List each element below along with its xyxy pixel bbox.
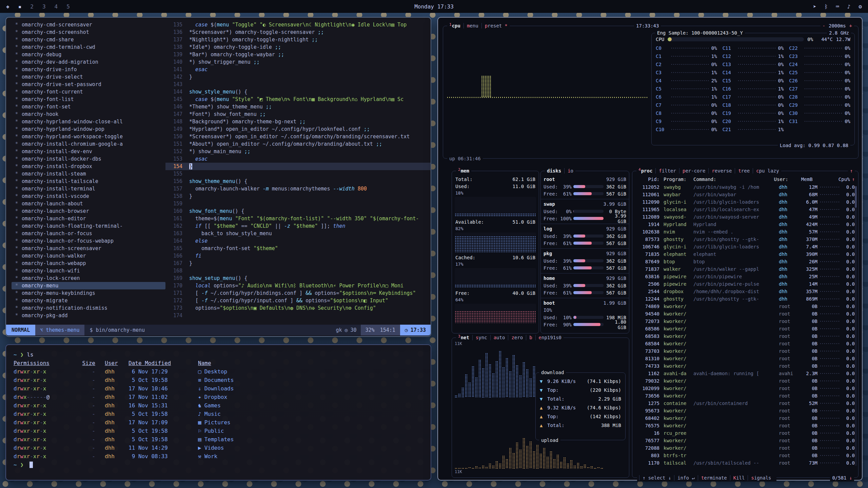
process-row[interactable]: 87649 btop btop dhh 26M 0.0 <box>632 258 858 265</box>
file-list-item[interactable]: * omarchy-launch-about <box>12 200 165 207</box>
sync-option[interactable]: sync <box>472 335 487 340</box>
file-list-item[interactable]: * omarchy-hyprland-window-close-all <box>12 118 165 125</box>
process-row[interactable]: 71837 walker /usr/bin/walker --gappl dhh… <box>632 265 858 273</box>
file-list-item[interactable]: * omarchy-install-docker-dbs <box>12 155 165 163</box>
b-option[interactable]: b <box>526 335 532 340</box>
process-row[interactable]: 73703 kworker/ root 0B 0.0 <box>632 347 858 355</box>
per-core-option[interactable]: per-core <box>679 168 705 174</box>
file-list-item[interactable]: * omarchy-dev-add-migration <box>12 58 165 66</box>
process-row[interactable]: 76577 kworker/ root 0B 0.0 <box>632 437 858 444</box>
file-list-item[interactable]: * omarchy-cmd-screenshot <box>12 28 165 36</box>
file-list-item[interactable]: * omarchy-pkg-add <box>12 312 165 319</box>
process-row[interactable]: 1914 Hyprland Hyprland dhh 424M 0.0 <box>632 221 858 228</box>
workspace-3[interactable]: 3 <box>42 3 46 10</box>
process-row[interactable]: 76575 kworker/ root 0B 0.0 <box>632 422 858 429</box>
process-row[interactable]: 1162 avahi-da avahi-daemon: running [ av… <box>632 370 858 377</box>
file-list-item[interactable]: * omarchy-launch-browser <box>12 207 165 215</box>
file-list-item[interactable]: * omarchy-install-vscode <box>12 192 165 200</box>
screencast-icon[interactable]: ➤ <box>813 3 816 10</box>
file-list-item[interactable]: * omarchy-lock-screen <box>12 274 165 282</box>
file-list-item[interactable]: * omarchy-cmd-share <box>12 36 165 43</box>
io-option[interactable]: io <box>564 168 573 174</box>
process-row[interactable]: 112052 swaybg /usr/bin/swaybg -i /hom dh… <box>632 183 858 191</box>
header-pid[interactable]: Pid: <box>636 175 659 183</box>
process-row[interactable]: 79032 kworker/ root 0B 0.0 <box>632 377 858 385</box>
process-row[interactable]: 111965 localsea /usr/lib/localsearch-ex … <box>632 206 858 213</box>
file-list-item[interactable]: * omarchy-install-tailscale <box>12 178 165 185</box>
scroll-up-indicator[interactable]: ↑ <box>848 167 855 175</box>
process-row[interactable]: 95673 kworker/ root 0B 0.0 <box>632 407 858 414</box>
clock[interactable]: Monday 17:33 <box>414 3 454 10</box>
proc-scrollbar[interactable] <box>855 186 857 466</box>
file-list-item[interactable]: * omarchy-launch-wifi <box>12 267 165 274</box>
process-row[interactable]: 72073 kworker/ root 0B 0.0 <box>632 318 858 325</box>
file-list-item[interactable]: * omarchy-hook <box>12 110 165 118</box>
rate-decrease-button[interactable]: - <box>823 23 825 28</box>
process-row[interactable]: 68584 kworker/ root 0B 0.0 <box>632 340 858 347</box>
process-row[interactable]: 94540 kworker/ root 0B 0.0 <box>632 310 858 318</box>
file-list-item[interactable]: * omarchy-notification-dismiss <box>12 304 165 312</box>
file-list-item[interactable]: * omarchy-launch-floating-terminal- <box>12 222 165 230</box>
settings-gear-icon[interactable]: ⚙ <box>859 3 862 10</box>
proc-footer-action[interactable]: ↑ select ↓ <box>639 475 674 481</box>
process-row[interactable]: 2544 dropbox /home/dhh/.dropbox-dist dhh… <box>632 288 858 295</box>
tree-option[interactable]: tree <box>735 168 750 174</box>
auto-option[interactable]: auto <box>490 335 505 340</box>
process-row[interactable]: 16 rcu_pree root 0B 0.0 <box>632 429 858 437</box>
proc-footer-action[interactable]: signals <box>748 475 774 481</box>
file-list-item[interactable]: * omarchy-install-chromium-google-a <box>12 140 165 148</box>
process-row[interactable]: 74733 kworker/ root 0B 0.0 <box>632 362 858 370</box>
file-list-item[interactable]: * omarchy-launch-webapp <box>12 260 165 267</box>
keyboard-icon[interactable]: ⌨ <box>836 3 839 10</box>
volume-icon[interactable]: ♪ <box>847 3 851 10</box>
process-row[interactable]: 63816 pipewire /usr/bin/pipewire dhh 25M… <box>632 273 858 280</box>
preset-option[interactable]: preset <box>481 23 502 28</box>
file-list[interactable]: * omarchy-cmd-screensaver * omarchy-cmd-… <box>6 21 165 325</box>
file-list-item[interactable]: * omarchy-install-dev-env <box>12 148 165 155</box>
file-list-item[interactable]: * omarchy-cmd-terminal-cwd <box>12 43 165 51</box>
workspace-2[interactable]: 2 <box>30 3 34 10</box>
process-row[interactable]: 72088 kworker/ root 0B 0.0 <box>632 444 858 452</box>
file-list-item[interactable]: * omarchy-launch-or-focus <box>12 230 165 237</box>
file-list-item[interactable]: * omarchy-debug <box>12 51 165 58</box>
header-memb[interactable]: MemB <box>796 175 813 183</box>
process-row[interactable]: 68402 kworker/ root 0B 0.0 <box>632 414 858 422</box>
file-list-item[interactable]: * omarchy-drive-select <box>12 73 165 81</box>
file-list-item[interactable]: * omarchy-launch-walker <box>12 252 165 260</box>
header-program[interactable]: Program: <box>659 175 693 183</box>
preset-toggle[interactable]: * <box>505 23 507 28</box>
file-list-item[interactable]: * omarchy-install-steam <box>12 170 165 178</box>
interface-name[interactable]: enp191s0 <box>535 335 561 340</box>
file-list-item[interactable]: * omarchy-drive-set-password <box>12 81 165 88</box>
process-row[interactable]: 73656 kworker/ root 0B 0.0 <box>632 392 858 400</box>
workspace-1-active[interactable]: ▪ <box>18 3 22 10</box>
file-list-item[interactable]: * omarchy-install-dropbox <box>12 163 165 170</box>
scroll-down-indicator[interactable]: ↓ <box>849 475 852 481</box>
proc-footer-action[interactable]: Kill <box>730 475 748 481</box>
code-editor[interactable]: 135 case $(menu "Toggle" "◐ Screensaver\… <box>165 21 431 325</box>
process-row[interactable]: 68583 kworker/ root 0B 0.0 <box>632 332 858 340</box>
file-list-item[interactable]: * omarchy-launch-screensaver <box>12 245 165 252</box>
file-list-item[interactable]: * omarchy-hyprland-workspace-toggle <box>12 133 165 140</box>
process-row[interactable]: 81310 kworker/ root 0B 0.0 <box>632 355 858 362</box>
file-list-item[interactable]: * omarchy-cmd-screensaver <box>12 21 165 28</box>
process-row[interactable]: 1170 tailscal /usr/sbin/tailscaled -- ro… <box>632 459 858 467</box>
process-row[interactable]: 1275 containe /usr/bin/containerd root 5… <box>632 400 858 407</box>
file-list-item[interactable]: * omarchy-menu-keybindings <box>12 289 165 297</box>
file-list-item[interactable]: * omarchy-launch-or-focus-webapp <box>12 237 165 245</box>
proc-footer-action[interactable]: terminate <box>698 475 730 481</box>
workspace-4[interactable]: 4 <box>55 3 58 10</box>
reverse-option[interactable]: reverse <box>708 168 732 174</box>
process-row[interactable]: 68586 kworker/ root 0B 0.0 <box>632 325 858 332</box>
process-row[interactable]: 112090 glycin-i /usr/lib/glycin-loaders … <box>632 198 858 206</box>
process-row[interactable]: 74869 kworker/ root 0B 0.0 <box>632 303 858 310</box>
file-list-item[interactable]: * omarchy-drive-info <box>12 66 165 73</box>
sort-column-option[interactable]: cpu lazy <box>753 168 779 174</box>
file-list-item[interactable]: * omarchy-migrate <box>12 297 165 304</box>
file-list-item[interactable]: * omarchy-font-set <box>12 103 165 110</box>
header-user[interactable]: User: <box>774 175 796 183</box>
rate-increase-button[interactable]: + <box>849 23 852 28</box>
process-row[interactable]: 87573 ghostty /usr/bin/ghostty --gtk- dh… <box>632 236 858 243</box>
filter-option[interactable]: filter <box>655 168 676 174</box>
workspace-5[interactable]: 5 <box>66 3 70 10</box>
